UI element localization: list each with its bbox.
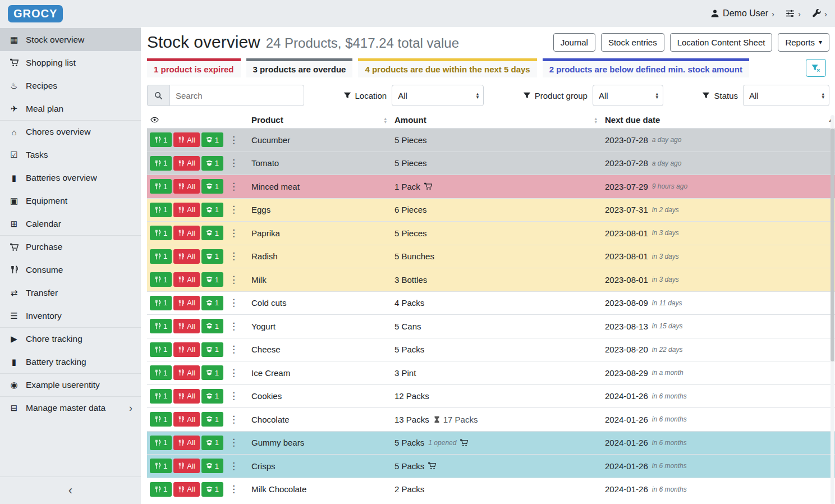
row-menu-button[interactable]: ⋮ [225, 251, 242, 261]
consume-all-button[interactable]: All [173, 156, 199, 171]
row-menu-button[interactable]: ⋮ [225, 135, 242, 145]
row-menu-button[interactable]: ⋮ [225, 484, 242, 494]
scrollbar-thumb[interactable] [831, 129, 834, 361]
open-one-button[interactable]: 1 [201, 272, 223, 287]
consume-one-button[interactable]: 1 [150, 319, 172, 333]
consume-one-button[interactable]: 1 [150, 296, 172, 310]
status-banner-1-product-is-expired[interactable]: 1 product is expired [147, 58, 241, 77]
location-content-sheet-button[interactable]: Location Content Sheet [670, 33, 773, 52]
row-menu-button[interactable]: ⋮ [225, 461, 242, 471]
consume-one-button[interactable]: 1 [150, 436, 172, 450]
status-banner-2-products-are-below[interactable]: 2 products are below defined min. stock … [543, 58, 749, 77]
consume-one-button[interactable]: 1 [150, 226, 172, 240]
sidebar-item-meal-plan[interactable]: ✈ Meal plan [0, 97, 141, 120]
open-one-button[interactable]: 1 [201, 226, 223, 240]
consume-all-button[interactable]: All [173, 272, 199, 287]
open-one-button[interactable]: 1 [201, 156, 223, 171]
open-one-button[interactable]: 1 [201, 249, 223, 264]
row-menu-button[interactable]: ⋮ [225, 228, 242, 238]
sidebar-item-example-userentity[interactable]: ◉ Example userentity [0, 373, 141, 396]
sidebar-item-transfer[interactable]: ⇄ Transfer [0, 281, 141, 304]
consume-one-button[interactable]: 1 [150, 389, 172, 404]
consume-all-button[interactable]: All [173, 249, 199, 264]
open-one-button[interactable]: 1 [201, 459, 223, 473]
row-menu-button[interactable]: ⋮ [225, 182, 242, 191]
consume-all-button[interactable]: All [173, 365, 199, 380]
search-input[interactable] [169, 85, 304, 106]
stock-entries-button[interactable]: Stock entries [601, 33, 664, 52]
consume-one-button[interactable]: 1 [150, 342, 172, 357]
open-one-button[interactable]: 1 [201, 342, 223, 357]
row-menu-button[interactable]: ⋮ [225, 391, 242, 401]
open-one-button[interactable]: 1 [201, 412, 223, 427]
consume-one-button[interactable]: 1 [150, 132, 172, 147]
consume-all-button[interactable]: All [173, 226, 199, 240]
sidebar-item-battery-tracking[interactable]: ▮ Battery tracking [0, 350, 141, 373]
status-banner-3-products-are-overdue[interactable]: 3 products are overdue [246, 58, 353, 77]
row-menu-button[interactable]: ⋮ [225, 438, 242, 447]
row-menu-button[interactable]: ⋮ [225, 158, 242, 168]
reports-button[interactable]: Reports ▾ [778, 33, 829, 52]
consume-all-button[interactable]: All [173, 389, 199, 404]
consume-all-button[interactable]: All [173, 203, 199, 217]
consume-all-button[interactable]: All [173, 412, 199, 427]
consume-all-button[interactable]: All [173, 436, 199, 450]
open-one-button[interactable]: 1 [201, 436, 223, 450]
open-one-button[interactable]: 1 [201, 482, 223, 497]
row-menu-button[interactable]: ⋮ [225, 415, 242, 424]
consume-all-button[interactable]: All [173, 459, 199, 473]
sidebar-item-batteries-overview[interactable]: ▮ Batteries overview [0, 166, 141, 189]
admin-menu[interactable]: › [812, 9, 827, 18]
sidebar-item-manage-master-data[interactable]: ⊟ Manage master data › [0, 396, 141, 419]
sidebar-item-purchase[interactable]: Purchase [0, 235, 141, 258]
column-header-product[interactable]: Product ▴▾ [250, 112, 393, 128]
consume-all-button[interactable]: All [173, 342, 199, 357]
status-banner-4-products-are-due[interactable]: 4 products are due within the next 5 day… [358, 58, 536, 77]
row-menu-button[interactable]: ⋮ [225, 275, 242, 285]
settings-menu[interactable]: › [786, 9, 801, 18]
product-group-select[interactable]: All [593, 85, 663, 106]
consume-all-button[interactable]: All [173, 296, 199, 310]
clear-filters-button[interactable] [806, 59, 826, 77]
status-select[interactable]: All [743, 85, 829, 106]
consume-one-button[interactable]: 1 [150, 482, 172, 497]
open-one-button[interactable]: 1 [201, 203, 223, 217]
location-select[interactable]: All [392, 85, 484, 106]
scrollbar[interactable] [831, 115, 834, 504]
consume-all-button[interactable]: All [173, 319, 199, 333]
sidebar-item-shopping-list[interactable]: Shopping list [0, 51, 141, 74]
consume-all-button[interactable]: All [173, 132, 199, 147]
sidebar-item-consume[interactable]: Consume [0, 258, 141, 281]
row-menu-button[interactable]: ⋮ [225, 298, 242, 308]
column-visibility-header[interactable] [147, 112, 250, 128]
consume-one-button[interactable]: 1 [150, 203, 172, 217]
user-menu[interactable]: Demo User › [710, 8, 774, 19]
sidebar-item-recipes[interactable]: ♨ Recipes [0, 74, 141, 97]
row-menu-button[interactable]: ⋮ [225, 322, 242, 331]
sidebar-item-chore-tracking[interactable]: ▶ Chore tracking [0, 327, 141, 350]
consume-one-button[interactable]: 1 [150, 179, 172, 194]
open-one-button[interactable]: 1 [201, 132, 223, 147]
sidebar-item-equipment[interactable]: ▣ Equipment [0, 189, 141, 212]
open-one-button[interactable]: 1 [201, 319, 223, 333]
row-menu-button[interactable]: ⋮ [225, 368, 242, 378]
grocy-logo[interactable]: GROCY [8, 5, 63, 22]
row-menu-button[interactable]: ⋮ [225, 345, 242, 354]
open-one-button[interactable]: 1 [201, 365, 223, 380]
consume-all-button[interactable]: All [173, 179, 199, 194]
consume-one-button[interactable]: 1 [150, 412, 172, 427]
consume-one-button[interactable]: 1 [150, 459, 172, 473]
sidebar-item-tasks[interactable]: ☑ Tasks [0, 143, 141, 166]
sidebar-item-stock-overview[interactable]: ▦ Stock overview [0, 28, 141, 51]
consume-one-button[interactable]: 1 [150, 365, 172, 380]
consume-one-button[interactable]: 1 [150, 249, 172, 264]
sidebar-item-calendar[interactable]: ⊞ Calendar [0, 212, 141, 235]
consume-one-button[interactable]: 1 [150, 272, 172, 287]
column-header-next-due-date[interactable]: Next due date ▴ [604, 112, 835, 128]
sidebar-item-chores-overview[interactable]: ⌂ Chores overview [0, 120, 141, 143]
consume-all-button[interactable]: All [173, 482, 199, 497]
open-one-button[interactable]: 1 [201, 296, 223, 310]
sidebar-item-inventory[interactable]: ☰ Inventory [0, 304, 141, 327]
open-one-button[interactable]: 1 [201, 179, 223, 194]
row-menu-button[interactable]: ⋮ [225, 205, 242, 214]
